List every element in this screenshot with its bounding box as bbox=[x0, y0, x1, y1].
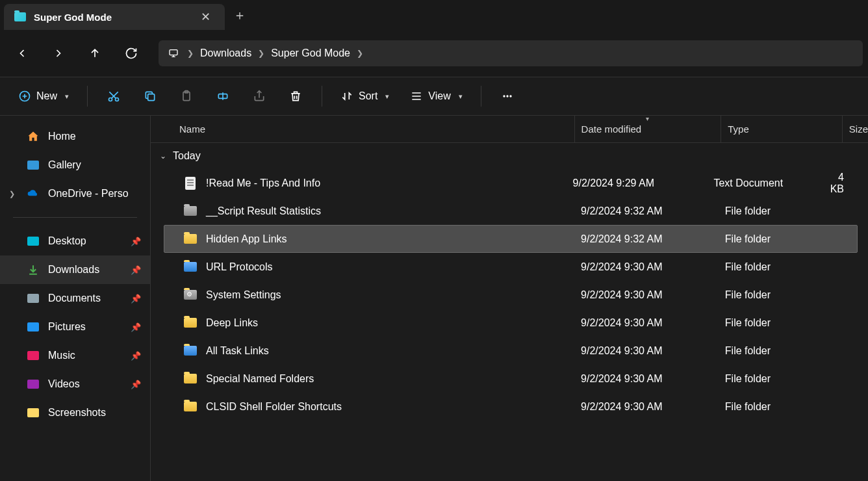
file-date: 9/2/2024 9:30 AM bbox=[581, 317, 725, 329]
file-type: File folder bbox=[725, 317, 844, 329]
home-icon bbox=[26, 129, 40, 144]
sidebar-item-label: Gallery bbox=[48, 159, 141, 171]
paste-button[interactable] bbox=[171, 83, 202, 109]
sidebar-item-onedrive[interactable]: ❯OneDrive - Perso bbox=[0, 179, 150, 208]
group-label: Today bbox=[173, 150, 201, 162]
delete-button[interactable] bbox=[280, 83, 311, 109]
svg-rect-0 bbox=[170, 50, 177, 55]
file-date: 9/2/2024 9:30 AM bbox=[581, 401, 725, 413]
sidebar-item-screenshots[interactable]: Screenshots bbox=[0, 398, 150, 427]
file-icon bbox=[183, 315, 198, 331]
svg-point-8 bbox=[503, 95, 505, 97]
file-row[interactable]: Deep Links9/2/2024 9:30 AMFile folder bbox=[164, 309, 858, 337]
plus-circle-icon bbox=[18, 90, 31, 103]
file-icon bbox=[183, 231, 198, 247]
sort-icon bbox=[340, 90, 353, 103]
downloads-icon bbox=[26, 263, 40, 277]
file-type: File folder bbox=[725, 205, 844, 217]
back-button[interactable] bbox=[5, 38, 39, 69]
group-header-today[interactable]: ⌄ Today bbox=[151, 143, 868, 169]
list-icon bbox=[410, 90, 423, 103]
sort-indicator-icon: ▾ bbox=[646, 116, 649, 122]
file-row[interactable]: Hidden App Links9/2/2024 9:32 AMFile fol… bbox=[164, 225, 858, 253]
file-name: Special Named Folders bbox=[206, 373, 581, 385]
file-row[interactable]: Special Named Folders9/2/2024 9:30 AMFil… bbox=[164, 365, 858, 393]
file-icon bbox=[183, 371, 198, 387]
file-row[interactable]: All Task Links9/2/2024 9:30 AMFile folde… bbox=[164, 337, 858, 365]
folder-icon bbox=[26, 406, 40, 420]
sidebar-item-label: Screenshots bbox=[48, 407, 141, 419]
view-button[interactable]: View ▾ bbox=[402, 83, 470, 109]
svg-point-3 bbox=[116, 98, 119, 101]
separator bbox=[322, 86, 322, 107]
file-icon bbox=[183, 343, 198, 359]
view-label: View bbox=[428, 90, 450, 102]
refresh-button[interactable] bbox=[114, 38, 148, 69]
col-name-header[interactable]: Name bbox=[179, 124, 574, 135]
new-button[interactable]: New ▾ bbox=[10, 83, 77, 109]
chevron-right-icon: ❯ bbox=[357, 49, 363, 58]
documents-icon bbox=[26, 291, 40, 306]
sidebar-item-documents[interactable]: Documents📌 bbox=[0, 284, 150, 313]
file-name: URL Protocols bbox=[206, 261, 581, 273]
sidebar-item-label: OneDrive - Perso bbox=[48, 188, 141, 200]
file-date: 9/2/2024 9:32 AM bbox=[581, 205, 725, 217]
chevron-down-icon: ⌄ bbox=[160, 151, 166, 161]
sidebar-item-videos[interactable]: Videos📌 bbox=[0, 370, 150, 398]
copy-button[interactable] bbox=[134, 83, 166, 109]
breadcrumb-part[interactable]: Downloads bbox=[200, 47, 251, 59]
breadcrumb[interactable]: ❯ Downloads ❯ Super God Mode ❯ bbox=[159, 40, 863, 66]
more-button[interactable] bbox=[492, 83, 523, 109]
new-tab-button[interactable]: ＋ bbox=[225, 0, 255, 30]
sort-label: Sort bbox=[359, 90, 377, 102]
monitor-icon bbox=[166, 48, 181, 58]
pin-icon: 📌 bbox=[131, 351, 141, 361]
videos-icon bbox=[26, 377, 40, 391]
close-icon[interactable]: ✕ bbox=[197, 8, 214, 25]
sidebar-item-pictures[interactable]: Pictures📌 bbox=[0, 313, 150, 341]
sidebar-item-music[interactable]: Music📌 bbox=[0, 341, 150, 370]
forward-button[interactable] bbox=[42, 38, 75, 69]
col-size-header[interactable]: Size bbox=[842, 116, 868, 142]
up-button[interactable] bbox=[78, 38, 112, 69]
pictures-icon bbox=[26, 320, 40, 334]
col-type-header[interactable]: Type bbox=[721, 116, 842, 142]
file-list: Name ▾ Date modified Type Size ⌄ Today !… bbox=[151, 116, 868, 481]
chevron-right-icon: ❯ bbox=[258, 49, 264, 58]
sort-button[interactable]: Sort ▾ bbox=[333, 83, 397, 109]
file-row[interactable]: CLSID Shell Folder Shortcuts9/2/2024 9:3… bbox=[164, 393, 858, 421]
file-date: 9/2/2024 9:30 AM bbox=[581, 345, 725, 357]
file-row[interactable]: __Script Result Statistics9/2/2024 9:32 … bbox=[164, 197, 858, 225]
share-button[interactable] bbox=[244, 83, 275, 109]
sidebar-item-home[interactable]: Home bbox=[0, 122, 150, 151]
chevron-down-icon: ▾ bbox=[65, 92, 69, 101]
ellipsis-icon bbox=[501, 90, 514, 103]
chevron-down-icon: ▾ bbox=[385, 92, 389, 101]
sidebar-item-desktop[interactable]: Desktop📌 bbox=[0, 227, 150, 255]
file-size: 4 KB bbox=[830, 172, 857, 195]
sidebar-item-gallery[interactable]: Gallery bbox=[0, 151, 150, 179]
breadcrumb-part[interactable]: Super God Mode bbox=[271, 47, 350, 59]
column-headers: Name ▾ Date modified Type Size bbox=[151, 116, 868, 143]
file-row[interactable]: URL Protocols9/2/2024 9:30 AMFile folder bbox=[164, 253, 858, 281]
file-name: Hidden App Links bbox=[206, 233, 581, 245]
rename-button[interactable] bbox=[207, 83, 238, 109]
tab-active[interactable]: Super God Mode ✕ bbox=[4, 4, 225, 30]
col-date-header[interactable]: ▾ Date modified bbox=[574, 116, 721, 142]
new-label: New bbox=[36, 90, 57, 102]
chevron-right-icon: ❯ bbox=[187, 49, 194, 58]
cut-button[interactable] bbox=[98, 83, 129, 109]
divider bbox=[13, 217, 137, 218]
file-row[interactable]: !Read Me - Tips And Info9/2/2024 9:29 AM… bbox=[164, 169, 858, 197]
file-date: 9/2/2024 9:29 AM bbox=[573, 177, 714, 189]
file-icon bbox=[183, 176, 198, 191]
share-icon bbox=[253, 90, 266, 103]
file-type: File folder bbox=[725, 345, 844, 357]
sidebar-item-downloads[interactable]: Downloads📌 bbox=[0, 255, 150, 284]
toolbar: New ▾ Sort ▾ View ▾ bbox=[0, 77, 868, 116]
file-row[interactable]: ⚙System Settings9/2/2024 9:30 AMFile fol… bbox=[164, 281, 858, 309]
file-name: __Script Result Statistics bbox=[206, 205, 581, 217]
chevron-right-icon: ❯ bbox=[9, 190, 18, 198]
paste-icon bbox=[180, 90, 193, 103]
sidebar-item-label: Pictures bbox=[48, 321, 123, 333]
